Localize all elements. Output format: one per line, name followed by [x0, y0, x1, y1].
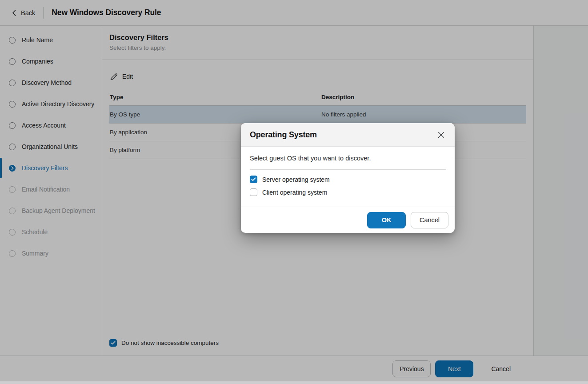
dialog-cancel-button[interactable]: Cancel	[411, 212, 448, 228]
checkbox-checked-icon	[250, 176, 257, 183]
dialog-header: Operating System	[241, 123, 455, 147]
checkbox-label: Server operating system	[262, 176, 330, 183]
dialog-description: Select guest OS that you want to discove…	[250, 154, 446, 163]
ok-button[interactable]: OK	[367, 212, 406, 228]
server-os-checkbox[interactable]: Server operating system	[250, 176, 446, 183]
client-os-checkbox[interactable]: Client operating system	[250, 188, 446, 196]
dialog-title: Operating System	[250, 130, 317, 140]
dialog-divider	[250, 169, 446, 170]
close-icon[interactable]	[436, 129, 447, 140]
dialog-footer: OK Cancel	[241, 207, 455, 233]
checkbox-label: Client operating system	[262, 189, 327, 196]
checkbox-unchecked-icon	[250, 188, 257, 196]
operating-system-dialog: Operating System Select guest OS that yo…	[241, 123, 455, 233]
dialog-body: Select guest OS that you want to discove…	[241, 147, 455, 207]
